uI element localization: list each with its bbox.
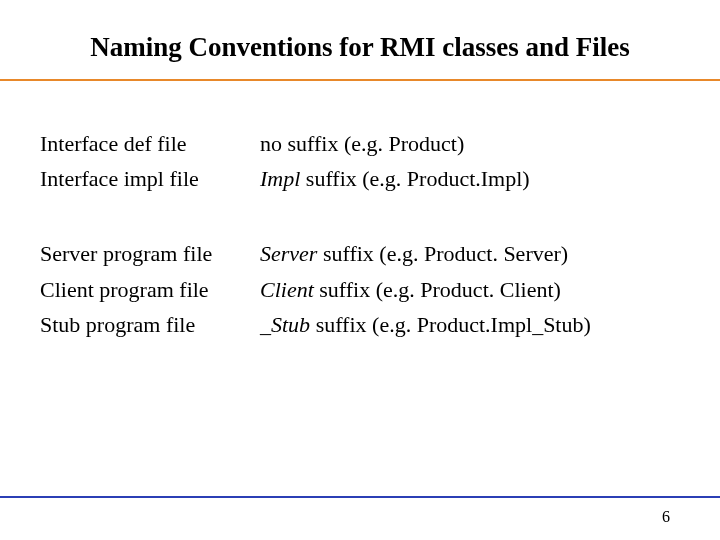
table-row: Stub program file _Stub suffix (e.g. Pro… [40, 307, 680, 342]
label-interface-impl: Interface impl file [40, 161, 260, 196]
value-client-program: Client suffix (e.g. Product. Client) [260, 272, 680, 307]
value-interface-def: no suffix (e.g. Product) [260, 126, 680, 161]
label-client-program: Client program file [40, 272, 260, 307]
label-stub-program: Stub program file [40, 307, 260, 342]
label-server-program: Server program file [40, 236, 260, 271]
italic-prefix: Server [260, 241, 317, 266]
table-row: Interface def file no suffix (e.g. Produ… [40, 126, 680, 161]
group-1: Interface def file no suffix (e.g. Produ… [40, 126, 680, 196]
slide-title: Naming Conventions for RMI classes and F… [0, 0, 720, 79]
italic-prefix: _Stub [260, 312, 310, 337]
page-number: 6 [662, 508, 670, 526]
rest-text: suffix (e.g. Product. Client) [314, 277, 561, 302]
italic-prefix: Client [260, 277, 314, 302]
label-interface-def: Interface def file [40, 126, 260, 161]
italic-prefix: Impl [260, 166, 300, 191]
value-server-program: Server suffix (e.g. Product. Server) [260, 236, 680, 271]
group-2: Server program file Server suffix (e.g. … [40, 236, 680, 342]
rest-text: suffix (e.g. Product. Server) [317, 241, 568, 266]
content-area: Interface def file no suffix (e.g. Produ… [0, 81, 720, 342]
value-stub-program: _Stub suffix (e.g. Product.Impl_Stub) [260, 307, 680, 342]
rest-text: suffix (e.g. Product.Impl) [300, 166, 529, 191]
table-row: Server program file Server suffix (e.g. … [40, 236, 680, 271]
table-row: Interface impl file Impl suffix (e.g. Pr… [40, 161, 680, 196]
table-row: Client program file Client suffix (e.g. … [40, 272, 680, 307]
rest-text: suffix (e.g. Product.Impl_Stub) [310, 312, 591, 337]
value-interface-impl: Impl suffix (e.g. Product.Impl) [260, 161, 680, 196]
divider-bottom [0, 496, 720, 498]
